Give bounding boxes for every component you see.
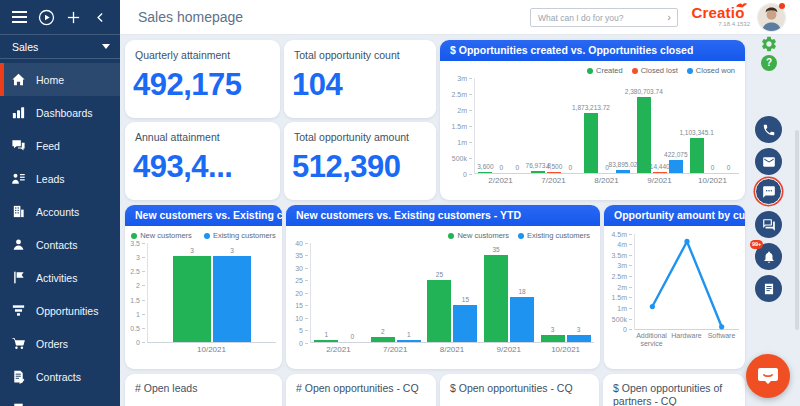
bar-existing-customers-8/2021[interactable] xyxy=(453,305,477,343)
card-open-opportunities-count-cq[interactable]: # Open opportunities - CQ xyxy=(286,374,436,406)
sidebar-item-home[interactable]: Home xyxy=(0,63,120,96)
y-axis: 3m2.5m2m1.5m1m500k0 xyxy=(440,78,474,174)
kpi-quarterly-attainment[interactable]: Quarterly attainment 492,175 xyxy=(125,40,280,118)
card-open-opportunities-partners-cq[interactable]: $ Open opportunities of partners - CQ xyxy=(603,374,745,406)
plot-area xyxy=(634,234,739,330)
x-axis-label: 9/2021 xyxy=(480,345,537,354)
sidebar-item-feed[interactable]: Feed xyxy=(0,129,120,162)
bar-group-10/2021: 33 xyxy=(148,243,276,342)
live-chat-icon xyxy=(756,364,780,388)
bar-value-label: 1 xyxy=(324,331,328,338)
bar-new-customers-9/2021[interactable] xyxy=(484,255,508,343)
line-point-Hardware[interactable] xyxy=(684,239,689,244)
x-axis-label: 2/2021 xyxy=(310,345,367,354)
help-icon[interactable]: ? xyxy=(761,55,777,71)
bar-existing-customers-7/2021[interactable] xyxy=(397,340,421,343)
plot-area: 33 xyxy=(147,243,276,343)
line-point-Software[interactable] xyxy=(719,324,724,329)
menu-hamburger-icon[interactable] xyxy=(10,8,28,26)
chart-title[interactable]: $ Opportunities created vs. Opportunitie… xyxy=(440,40,745,61)
chart-title[interactable]: New customers vs. Existing c... xyxy=(125,205,282,226)
bar-group-10/2021: 33 xyxy=(537,243,594,342)
chart-opportunity-amount-by-customer: Opportunity amount by cust... 4.5m4m3.5m… xyxy=(604,205,745,369)
sidebar-item-orders[interactable]: Orders xyxy=(0,327,120,360)
sidebar-item-leads[interactable]: Leads xyxy=(0,162,120,195)
search-submit-icon[interactable]: › xyxy=(661,9,677,26)
card-title: # Open opportunities - CQ xyxy=(286,374,436,395)
bar-closed-won-8/2021[interactable] xyxy=(616,170,630,173)
settings-gear-icon[interactable] xyxy=(760,35,778,53)
notifications-badge: 99+ xyxy=(750,240,763,249)
chart-title[interactable]: Opportunity amount by cust... xyxy=(604,205,745,226)
sidebar-item-label: Leads xyxy=(36,173,65,185)
bar-value-label: 0 xyxy=(350,333,354,340)
sidebar: Sales HomeDashboardsFeedLeadsAccountsCon… xyxy=(0,0,120,406)
page-title: Sales homepage xyxy=(138,9,243,25)
bar-existing-customers-10/2021[interactable] xyxy=(213,256,251,342)
workspace-selector[interactable]: Sales xyxy=(0,35,120,59)
bar-value-label: 1 xyxy=(407,331,411,338)
plot-area: 10212515351833 xyxy=(310,243,594,343)
scrollbar[interactable] xyxy=(795,130,799,330)
bar-existing-customers-10/2021[interactable] xyxy=(567,335,591,343)
bar-closed-won-9/2021[interactable] xyxy=(669,160,683,174)
bar-existing-customers-9/2021[interactable] xyxy=(510,297,534,342)
bar-created-8/2021[interactable] xyxy=(584,113,598,173)
collapse-sidebar-icon[interactable] xyxy=(92,8,110,26)
card-open-opportunities-amount-cq[interactable]: $ Open opportunities - CQ xyxy=(440,374,599,406)
bar-created-2/2021[interactable] xyxy=(478,172,492,173)
sidebar-item-activities[interactable]: Activities xyxy=(0,261,120,294)
bar-closed-lost-9/2021[interactable] xyxy=(653,172,667,173)
bar-value-label: 422,075 xyxy=(664,151,688,158)
add-new-icon[interactable] xyxy=(65,8,83,26)
bar-group-10/2021: 1,103,345.100 xyxy=(686,78,739,173)
sidebar-item-label: Feed xyxy=(36,140,60,152)
run-process-icon[interactable] xyxy=(37,8,55,26)
x-axis-label: 8/2021 xyxy=(580,176,633,185)
kpi-total-opportunity-count[interactable]: Total opportunity count 104 xyxy=(284,40,436,118)
kpi-total-opportunity-amount[interactable]: Total opportunity amount 512,390 xyxy=(284,122,436,200)
sidebar-item-dashboards[interactable]: Dashboards xyxy=(0,96,120,129)
live-chat-button[interactable] xyxy=(746,354,790,398)
feed-bubbles-icon[interactable] xyxy=(755,211,782,238)
sidebar-item-invoices[interactable]: Invoices xyxy=(0,393,120,406)
card-open-leads[interactable]: # Open leads xyxy=(125,374,282,406)
global-search: › xyxy=(530,8,678,27)
sidebar-item-opportunities[interactable]: Opportunities xyxy=(0,294,120,327)
tasks-icon[interactable] xyxy=(755,275,782,302)
bar-group-8/2021: 2515 xyxy=(424,243,481,342)
bar-group-7/2021: 76,973.84,5000 xyxy=(528,78,581,173)
bar-created-10/2021[interactable] xyxy=(690,138,704,173)
bar-closed-lost-7/2021[interactable] xyxy=(547,172,561,173)
x-axis: 2/20217/20218/20219/202110/2021 xyxy=(310,345,600,354)
bar-new-customers-10/2021[interactable] xyxy=(173,256,211,342)
chat-icon[interactable] xyxy=(755,178,782,205)
sidebar-item-contacts[interactable]: Contacts xyxy=(0,228,120,261)
sidebar-item-accounts[interactable]: Accounts xyxy=(0,195,120,228)
bar-new-customers-7/2021[interactable] xyxy=(371,337,395,342)
bar-created-9/2021[interactable] xyxy=(637,97,651,173)
bar-new-customers-8/2021[interactable] xyxy=(427,280,451,343)
line-point-Additional service[interactable] xyxy=(650,304,655,309)
email-icon[interactable] xyxy=(755,148,782,175)
bar-created-7/2021[interactable] xyxy=(531,171,545,173)
legend-dot xyxy=(632,68,638,74)
bar-new-customers-2/2021[interactable] xyxy=(314,340,338,343)
bar-value-label: 15 xyxy=(462,296,469,303)
dashboards-icon xyxy=(0,105,36,120)
search-input[interactable] xyxy=(531,13,661,23)
phone-icon[interactable] xyxy=(755,116,782,143)
sidebar-item-contracts[interactable]: Contracts xyxy=(0,360,120,393)
legend-dot xyxy=(518,233,524,239)
bar-value-label: 3 xyxy=(551,326,555,333)
bar-new-customers-10/2021[interactable] xyxy=(541,335,565,343)
chart-title[interactable]: New customers vs. Existing customers - Y… xyxy=(286,205,600,226)
chart-legend: CreatedClosed lostClosed won xyxy=(440,61,745,76)
kpi-annual-attainment[interactable]: Annual attainment 493,4... xyxy=(125,122,280,200)
bar-group-2/2021: 3,60000 xyxy=(475,78,528,173)
card-title: $ Open opportunities of partners - CQ xyxy=(603,374,745,406)
bar-value-label: 3 xyxy=(190,247,194,254)
brand-bird-icon xyxy=(735,2,748,8)
sidebar-item-label: Contacts xyxy=(36,239,77,251)
x-axis-label: 7/2021 xyxy=(527,176,580,185)
